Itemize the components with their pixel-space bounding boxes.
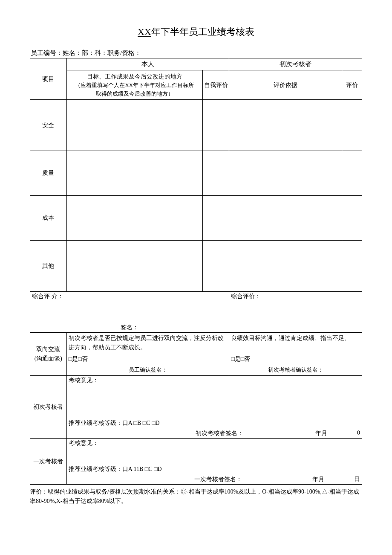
hdr-goal-line2: （应着重填写个人在XX年下半年对应工作目标所 [68,81,202,90]
dialogue-left-text: 初次考核者是否已按规定与员工进行双向交流，注反分析改进方向，帮助员工不断成长。 [66,333,229,354]
cell-safety-eval[interactable] [342,100,362,151]
evaluator2-sign: 一次考核者签名： [69,476,282,483]
cell-cost-basis[interactable] [229,196,342,241]
dialogue-right-sign: 初次考核者确认签名： [229,365,362,375]
cell-other-selfeval[interactable] [203,241,229,292]
evaluator1-tail: 0 [357,430,360,437]
cell-quality-eval[interactable] [342,151,362,196]
evaluation-table: 项目 本人 初次考核者 目标、工作成果及今后要改进的地方 （应着重填写个人在XX… [30,58,362,485]
cell-safety-basis[interactable] [229,100,342,151]
dialogue-left-sign: 员工确认签名： [66,365,229,375]
cell-other-eval[interactable] [342,241,362,292]
title-prefix: XX [138,26,151,37]
cell-cost-goal[interactable] [66,196,202,241]
cell-safety-selfeval[interactable] [203,100,229,151]
evaluator2-tail: 日 [354,476,360,483]
evaluator1-levels[interactable]: 推荐业绩考核等级：口A □B □C □D [69,419,160,427]
meta-line: 员工编号：姓名：部：科：职务/资格： [30,49,362,57]
hdr-goal-line3: 取得的成绩及今后改善的地方） [68,90,202,98]
evaluator2-label-t: 一次考核者 [33,458,63,465]
summary-left-label: 综合评 介： [32,293,227,300]
row-item-quality: 质量 [30,151,67,196]
cell-cost-selfeval[interactable] [203,196,229,241]
evaluator2-signline: 一次考核者签名： 年月 日 [66,475,362,485]
title-rest: 年下半年员工业绩考核表 [151,26,254,37]
hdr-eval-basis: 评价依据 [229,70,342,100]
cell-other-basis[interactable] [229,241,342,292]
hdr-goal-line1: 目标、工作成果及今后要改进的地方 [68,72,202,81]
evaluator1-sign: 初次考核者签名： [69,430,285,437]
summary-right-label: 综合评价： [231,293,360,300]
cell-quality-goal[interactable] [66,151,202,196]
row-item-safety: 安全 [30,100,67,151]
dialogue-label-2: (沟通面谈) [30,354,66,363]
evaluator1-opinion: 考核意见： [69,377,360,384]
summary-left[interactable]: 综合评 介： 签名： [30,292,229,333]
row-item-other: 其他 [30,241,67,292]
dialogue-label-cell: 双向交流 (沟通面谈) [30,333,67,376]
evaluator1-body[interactable]: 考核意见： 推荐业绩考核等级：口A □B □C □D [66,375,362,429]
hdr-self-eval: 自我评价 [203,70,229,100]
cell-cost-eval[interactable] [342,196,362,241]
cell-other-goal[interactable] [66,241,202,292]
dialogue-left-yesno[interactable]: □是□否 [66,354,229,365]
page-title: XX年下半年员工业绩考核表 [30,26,362,38]
dialogue-right-text: 良绩效目标沟通，通过肯定成绩、指出不足、 [229,333,362,354]
dialogue-right-yesno[interactable]: □是□否 [229,354,362,365]
cell-safety-goal[interactable] [66,100,202,151]
summary-right[interactable]: 综合评价： [229,292,362,333]
footnote: 评价：取得的业绩成果与取务/资格层次预期水准的关系：◎-相当于达成率100%及以… [30,487,362,506]
hdr-first-eval: 初次考核者 [229,58,362,70]
dialogue-label-1: 双向交流 [30,345,66,354]
hdr-goal: 目标、工作成果及今后要改进的地方 （应着重填写个人在XX年下半年对应工作目标所 … [66,70,202,100]
hdr-self: 本人 [66,58,229,70]
evaluator2-levels[interactable]: 推荐业绩考核等级：口A 11B □C □D [69,465,162,473]
evaluator2-body[interactable]: 考核意见： 推荐业绩考核等级：口A 11B □C □D [66,439,362,475]
evaluator2-label: 一次考核者 [30,439,67,485]
hdr-eval: 评价 [342,70,362,100]
summary-left-sign: 签名： [30,324,229,331]
evaluator1-date: 年月 [315,430,327,437]
cell-quality-basis[interactable] [229,151,342,196]
evaluator2-date: 年月 [312,476,324,483]
row-item-cost: 成本 [30,196,67,241]
evaluator1-signline: 初次考核者签名： 年月 0 [66,429,362,439]
evaluator1-label: 初次考核者 [30,375,67,439]
evaluator2-opinion: 考核意见： [69,439,360,447]
hdr-item: 项目 [30,58,67,100]
cell-quality-selfeval[interactable] [203,151,229,196]
